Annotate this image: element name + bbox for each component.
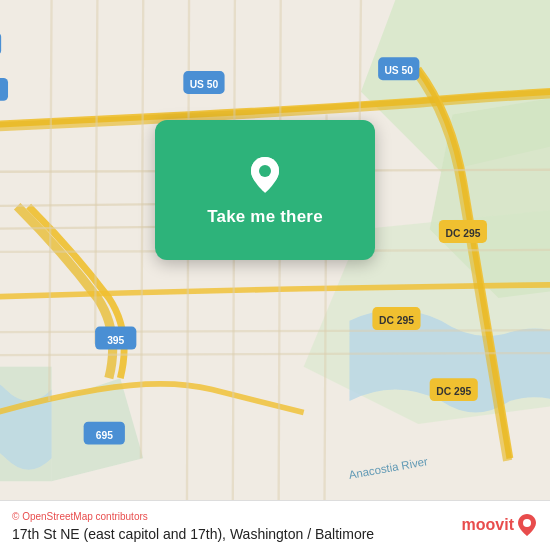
map-background: 29 US 1 395 US 50 US 50 DC 295 DC 295 DC…: [0, 0, 550, 550]
map-container: 29 US 1 395 US 50 US 50 DC 295 DC 295 DC…: [0, 0, 550, 550]
svg-text:DC 295: DC 295: [379, 315, 414, 326]
svg-rect-22: [0, 78, 8, 101]
moovit-pin-icon: [518, 514, 536, 536]
osm-link[interactable]: OpenStreetMap contributors: [22, 511, 148, 522]
svg-text:395: 395: [107, 335, 124, 346]
location-name: 17th St NE (east capitol and 17th), Wash…: [12, 526, 538, 542]
location-pin-icon: [243, 153, 287, 197]
moovit-logo: moovit: [462, 514, 536, 536]
svg-point-44: [523, 519, 531, 527]
svg-point-43: [259, 165, 271, 177]
svg-text:DC 295: DC 295: [445, 228, 480, 239]
take-me-there-label: Take me there: [207, 207, 323, 227]
take-me-there-card[interactable]: Take me there: [155, 120, 375, 260]
osm-credit: © OpenStreetMap contributors: [12, 511, 538, 522]
svg-rect-20: [0, 32, 1, 55]
moovit-brand-text: moovit: [462, 516, 514, 534]
svg-text:US 50: US 50: [190, 79, 219, 90]
svg-text:695: 695: [96, 430, 113, 441]
svg-text:US 50: US 50: [384, 65, 413, 76]
svg-text:DC 295: DC 295: [436, 386, 471, 397]
copyright-symbol: ©: [12, 511, 19, 522]
